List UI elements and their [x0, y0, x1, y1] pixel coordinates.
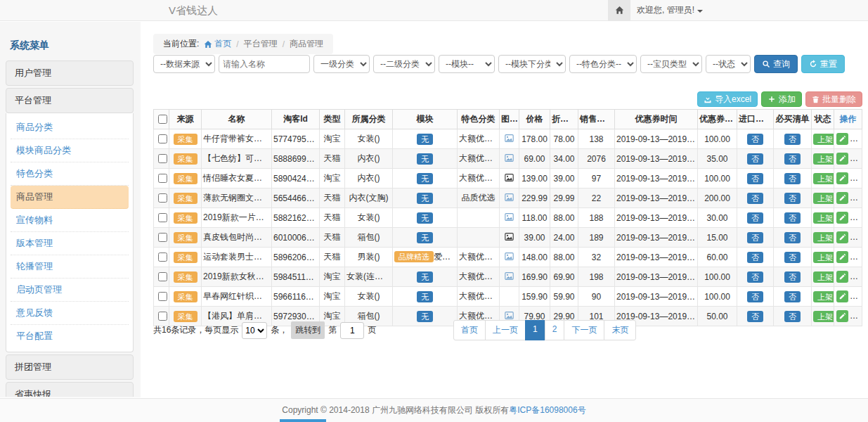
import-select-toggle[interactable]: 否	[747, 173, 763, 184]
sidebar-item[interactable]: 模块商品分类	[11, 139, 129, 162]
edit-button[interactable]	[836, 212, 848, 224]
column-header: 特色分类	[458, 110, 500, 129]
import-select-toggle[interactable]: 否	[747, 212, 763, 224]
search-button[interactable]: 查询	[754, 55, 798, 73]
cell-discount-price: 88.00	[550, 208, 578, 228]
status-badge[interactable]: 上架	[813, 173, 834, 184]
add-button[interactable]: 添加	[761, 91, 802, 107]
sidebar-group-item[interactable]: 用户管理	[6, 60, 134, 86]
edit-button[interactable]	[836, 290, 848, 302]
import-select-toggle[interactable]: 否	[747, 193, 763, 204]
home-button[interactable]	[608, 0, 630, 20]
module-badge[interactable]: 无	[417, 153, 433, 165]
row-checkbox[interactable]	[158, 174, 167, 183]
sidebar-item[interactable]: 特色分类	[11, 162, 129, 186]
import-select-toggle[interactable]: 否	[747, 271, 763, 283]
horizontal-scrollbar-thumb[interactable]	[280, 419, 326, 422]
edit-button[interactable]	[836, 172, 848, 184]
filter-select[interactable]: --二级分类--	[373, 55, 435, 73]
must-buy-toggle[interactable]: 否	[784, 153, 801, 165]
module-badge[interactable]: 无	[417, 173, 433, 184]
must-buy-toggle[interactable]: 否	[784, 271, 801, 283]
filter-select[interactable]: 一级分类	[313, 55, 370, 73]
sidebar-item[interactable]: 宣传物料	[11, 209, 129, 232]
row-checkbox[interactable]	[158, 134, 167, 143]
filter-select[interactable]: --宝贝类型--	[640, 55, 702, 73]
row-checkbox[interactable]	[158, 292, 167, 301]
edit-button[interactable]	[836, 251, 848, 263]
module-badge[interactable]: 无	[417, 291, 433, 302]
row-checkbox[interactable]	[158, 213, 167, 222]
status-badge[interactable]: 上架	[813, 232, 834, 243]
must-buy-toggle[interactable]: 否	[784, 252, 801, 263]
sidebar-group-item[interactable]: 拼团管理	[6, 354, 134, 380]
module-badge[interactable]: 无	[417, 232, 433, 243]
name-search-input[interactable]	[219, 55, 310, 73]
pager-item-2[interactable]: 2	[545, 320, 565, 340]
sidebar-group-item[interactable]: 平台管理	[6, 88, 134, 113]
status-badge[interactable]: 上架	[813, 153, 834, 165]
edit-button[interactable]	[836, 153, 848, 165]
edit-button[interactable]	[836, 192, 848, 204]
import-select-toggle[interactable]: 否	[747, 252, 763, 263]
filter-select[interactable]: --模块--	[439, 55, 495, 73]
filter-select[interactable]: --状态--	[706, 55, 751, 73]
select-all-checkbox[interactable]	[158, 115, 167, 124]
status-badge[interactable]: 上架	[813, 193, 834, 204]
module-badge[interactable]: 无	[417, 134, 433, 145]
import-select-toggle[interactable]: 否	[747, 153, 763, 165]
edit-button[interactable]	[836, 271, 848, 283]
page-number-input[interactable]	[340, 322, 364, 339]
sidebar-item[interactable]: 启动页管理	[11, 279, 129, 302]
sidebar-item[interactable]: 轮播管理	[11, 255, 129, 279]
filter-select[interactable]: --模块下分类--	[498, 55, 566, 73]
per-page-select[interactable]: 10	[242, 322, 267, 339]
row-checkbox[interactable]	[158, 193, 167, 203]
import-select-toggle[interactable]: 否	[747, 291, 763, 302]
must-buy-toggle[interactable]: 否	[784, 173, 801, 184]
breadcrumb-home-link[interactable]: 首页	[204, 38, 231, 50]
import-excel-button[interactable]: 导入excel	[697, 91, 758, 107]
jump-button[interactable]: 跳转到	[291, 321, 325, 339]
status-badge[interactable]: 上架	[813, 271, 834, 283]
sidebar-item[interactable]: 平台配置	[11, 325, 129, 347]
pager-item-末页[interactable]: 末页	[604, 320, 636, 340]
row-checkbox[interactable]	[158, 272, 167, 281]
import-select-toggle[interactable]: 否	[747, 134, 763, 145]
status-badge[interactable]: 上架	[813, 252, 834, 263]
user-menu[interactable]: 欢迎您, 管理员!	[637, 0, 703, 20]
sidebar-item[interactable]: 意见反馈	[11, 302, 129, 325]
status-badge[interactable]: 上架	[813, 134, 834, 145]
must-buy-toggle[interactable]: 否	[784, 134, 801, 145]
reset-button[interactable]: 重置	[801, 55, 845, 73]
pager-item-下一页[interactable]: 下一页	[564, 320, 604, 340]
sidebar-item[interactable]: 商品分类	[11, 116, 129, 139]
pager-item-上一页[interactable]: 上一页	[485, 320, 526, 340]
module-badge[interactable]: 无	[417, 212, 433, 224]
filter-select[interactable]: --特色分类--	[569, 55, 637, 73]
must-buy-toggle[interactable]: 否	[784, 232, 801, 243]
sidebar-item-active[interactable]: 商品管理	[11, 186, 129, 209]
module-badge[interactable]: 无	[417, 193, 433, 204]
icp-link[interactable]: 粤ICP备16098006号	[509, 404, 585, 416]
batch-delete-button[interactable]: 批量删除	[805, 91, 862, 107]
must-buy-toggle[interactable]: 否	[784, 291, 801, 302]
import-select-toggle[interactable]: 否	[747, 232, 763, 243]
row-checkbox[interactable]	[158, 154, 167, 163]
row-checkbox[interactable]	[158, 233, 167, 242]
edit-button[interactable]	[836, 133, 848, 145]
must-buy-toggle[interactable]: 否	[784, 212, 801, 224]
filter-select[interactable]: --数据来源--	[153, 55, 215, 73]
edit-button[interactable]	[836, 231, 848, 243]
breadcrumb-item[interactable]: 平台管理	[244, 38, 278, 50]
status-badge[interactable]: 上架	[813, 291, 834, 302]
pager-item-1[interactable]: 1	[525, 320, 545, 340]
status-badge[interactable]: 上架	[813, 212, 834, 224]
sidebar-group-item[interactable]: 省惠快报	[6, 382, 134, 397]
row-checkbox[interactable]	[158, 252, 167, 262]
module-badge[interactable]: 无	[417, 271, 433, 283]
sidebar-item[interactable]: 版本管理	[11, 232, 129, 255]
source-badge: 采集	[174, 153, 197, 165]
must-buy-toggle[interactable]: 否	[784, 193, 801, 204]
pager-item-首页[interactable]: 首页	[453, 320, 486, 340]
